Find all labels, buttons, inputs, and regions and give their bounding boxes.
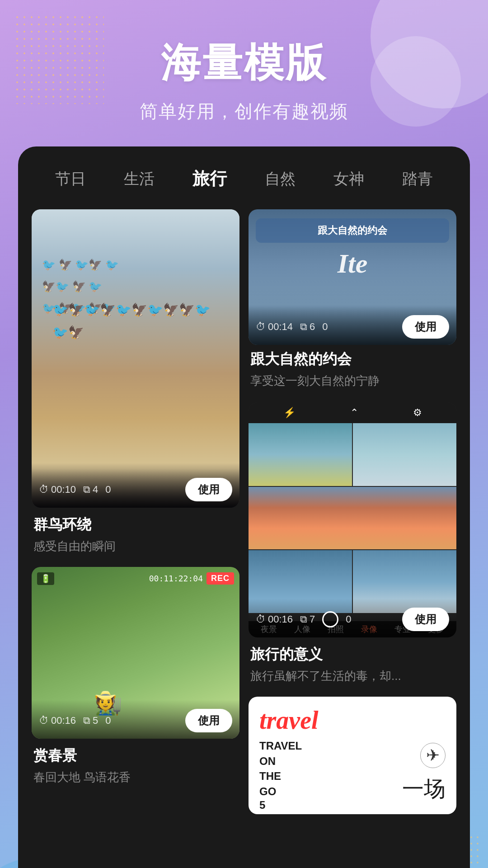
birds-desc: 感受自由的瞬间: [33, 538, 238, 554]
travel-text-thumbnail: travel: [32, 798, 239, 868]
page-title: 海量模版: [27, 36, 461, 90]
nature-title: 跟大自然的约会: [250, 349, 455, 369]
birds-title: 群鸟环绕: [33, 515, 238, 535]
nature-desc: 享受这一刻大自然的宁静: [250, 373, 455, 389]
nature-video-card: 跟大自然的约会 Ite ⏱ 00:14 ⧉: [249, 209, 456, 345]
travel-meaning-meta: ⏱ 00:16 ⧉ 7 0: [256, 611, 352, 627]
spring-meta: ⏱ 00:16 ⧉ 5 0: [39, 715, 111, 726]
travel-text-card-left: travel ⏱ 00:12 使用: [32, 798, 239, 868]
nature-clips: ⧉ 6: [300, 321, 315, 333]
birds-silhouettes: 🐦 🦅 🐦🦅 🐦 🦅🐦 🦅 🐦🐦 🦅🐦 🦅🐦: [42, 254, 119, 319]
tab-goddess[interactable]: 女神: [329, 166, 369, 192]
travel-go-content: travel TRAVEL ON THE GO 5 ✈ 一场: [249, 697, 456, 814]
spring-info: 赏春景 春回大地 鸟语花香: [32, 739, 239, 789]
nature-card: 跟大自然的约会 Ite ⏱ 00:14 ⧉: [249, 209, 456, 393]
rec-badge: REC: [206, 572, 234, 585]
right-column: 跟大自然的约会 Ite ⏱ 00:14 ⧉: [249, 209, 456, 868]
tab-travel[interactable]: 旅行: [188, 165, 231, 193]
photo-beach-1: [249, 423, 352, 486]
travel-meaning-desc: 旅行虽解不了生活的毒，却...: [250, 668, 455, 684]
travel-meaning-duration: ⏱ 00:16: [256, 613, 293, 625]
tab-life[interactable]: 生活: [119, 166, 159, 192]
birds-duration: ⏱ 00:10: [39, 484, 76, 495]
photo-sunset: [249, 487, 456, 550]
spring-clips: ⧉ 5: [83, 715, 98, 726]
gear-icon: ⚙: [413, 407, 422, 419]
birds-video-card: 🐦 🦅 🐦🦅 🐦 🦅🐦 🦅 🐦🐦 🦅🐦 🦅🐦 ⏱ 00:10 ⧉ 4: [32, 209, 239, 508]
flash-icon: ⚡: [283, 407, 296, 419]
nature-meta: ⏱ 00:14 ⧉ 6 0: [256, 321, 328, 333]
spring-rec-area: 00:11:22:04 REC: [149, 572, 234, 585]
nature-sticker-text: 跟大自然的约会: [261, 224, 444, 237]
birds-info: 群鸟环绕 感受自由的瞬间: [32, 508, 239, 558]
spring-card-overlay: ⏱ 00:16 ⧉ 5 0 使用: [32, 700, 239, 739]
clock-icon: ⏱: [39, 484, 49, 495]
nature-duration: ⏱ 00:14: [256, 321, 293, 333]
travel-meaning-info: 旅行的意义 旅行虽解不了生活的毒，却...: [249, 637, 456, 688]
tab-nature[interactable]: 自然: [260, 166, 300, 192]
layers-icon-nature: ⧉: [300, 321, 307, 333]
tab-holiday[interactable]: 节日: [51, 166, 90, 192]
travel-meaning-title: 旅行的意义: [250, 645, 455, 665]
travel-word: travel: [91, 861, 180, 868]
clock-icon-spring: ⏱: [39, 715, 49, 726]
nature-overlay: ⏱ 00:14 ⧉ 6 0 使用: [249, 306, 456, 345]
spring-likes: 0: [105, 715, 111, 726]
caret-icon: ⌃: [350, 407, 358, 419]
ite-text: Ite: [338, 248, 368, 279]
travel-italic-text: travel: [259, 708, 446, 733]
clock-icon-tm: ⏱: [256, 613, 266, 625]
travel-plane-icon: ✈: [420, 743, 446, 768]
nature-use-button[interactable]: 使用: [402, 315, 449, 339]
travel-meaning-card: ⚡ ⌃ ⚙ 夜景 人像: [249, 402, 456, 688]
travel-go-card: travel TRAVEL ON THE GO 5 ✈ 一场: [249, 697, 456, 814]
battery-icon: 🔋: [37, 572, 54, 585]
travel-meaning-likes: 0: [346, 613, 351, 625]
travel-meaning-overlay: ⏱ 00:16 ⧉ 7 0: [249, 599, 456, 637]
category-tabs: 节日 生活 旅行 自然 女神 踏青: [32, 165, 456, 193]
timecode-display: 00:11:22:04: [149, 574, 203, 583]
travel-meaning-video-card: ⚡ ⌃ ⚙ 夜景 人像: [249, 402, 456, 637]
birds-likes: 0: [105, 484, 111, 495]
main-card: 节日 生活 旅行 自然 女神 踏青 🐦 🦅 🐦🦅 🐦 🦅🐦 🦅 🐦🐦 🦅🐦 🦅🐦: [18, 146, 470, 868]
spring-video-card: 🔋 00:11:22:04 REC 🧑‍🌾: [32, 567, 239, 739]
birds-use-button[interactable]: 使用: [185, 478, 232, 501]
photo-grid: [249, 423, 456, 613]
birds-card: 🐦 🦅 🐦🦅 🐦 🦅🐦 🦅 🐦🐦 🦅🐦 🦅🐦 ⏱ 00:10 ⧉ 4: [32, 209, 239, 558]
header: 海量模版 简单好用，创作有趣视频: [0, 0, 488, 146]
nature-info: 跟大自然的约会 享受这一刻大自然的宁静: [249, 345, 456, 393]
travel-go-video-card: travel TRAVEL ON THE GO 5 ✈ 一场: [249, 697, 456, 814]
nature-sticker: 跟大自然的约会: [256, 218, 449, 243]
birds-thumbnail: 🐦 🦅 🐦🦅 🐦 🦅🐦 🦅 🐦🐦 🦅🐦 🦅🐦: [32, 209, 239, 508]
layers-icon-tm: ⧉: [300, 613, 307, 625]
spring-use-button[interactable]: 使用: [185, 709, 232, 732]
layers-icon-spring: ⧉: [83, 715, 90, 726]
layers-icon: ⧉: [83, 484, 90, 495]
spring-duration: ⏱ 00:16: [39, 715, 76, 726]
photo-beach-2: [353, 423, 456, 486]
birds-clips: ⧉ 4: [83, 484, 98, 495]
tab-hiking[interactable]: 踏青: [398, 166, 437, 192]
page-subtitle: 简单好用，创作有趣视频: [27, 99, 461, 124]
travel-cn-char: 一场: [402, 774, 446, 803]
travel-bottom-left-card: travel ⏱ 00:12 使用: [32, 798, 239, 868]
nature-likes: 0: [322, 321, 328, 333]
travel-en-line2: ON: [259, 754, 446, 769]
spring-card: 🔋 00:11:22:04 REC 🧑‍🌾: [32, 567, 239, 789]
spring-top-bar: 🔋 00:11:22:04 REC: [37, 572, 234, 585]
travel-meaning-clips: ⧉ 7: [300, 613, 315, 625]
left-column: 🐦 🦅 🐦🦅 🐦 🦅🐦 🦅 🐦🐦 🦅🐦 🦅🐦 ⏱ 00:10 ⧉ 4: [32, 209, 239, 868]
multi-icons-bar: ⚡ ⌃ ⚙: [249, 402, 456, 423]
content-grid: 🐦 🦅 🐦🦅 🐦 🦅🐦 🦅 🐦🐦 🦅🐦 🦅🐦 ⏱ 00:10 ⧉ 4: [32, 209, 456, 868]
spring-desc: 春回大地 鸟语花香: [33, 769, 238, 785]
travel-en-line1: TRAVEL: [259, 738, 446, 754]
clock-icon-nature: ⏱: [256, 321, 266, 333]
circle-icon: [322, 611, 338, 627]
travel-meaning-use-button[interactable]: 使用: [402, 608, 449, 631]
birds-overlay: ⏱ 00:10 ⧉ 4 0 使用: [32, 469, 239, 508]
birds-meta: ⏱ 00:10 ⧉ 4 0: [39, 484, 111, 495]
spring-title: 赏春景: [33, 746, 238, 766]
